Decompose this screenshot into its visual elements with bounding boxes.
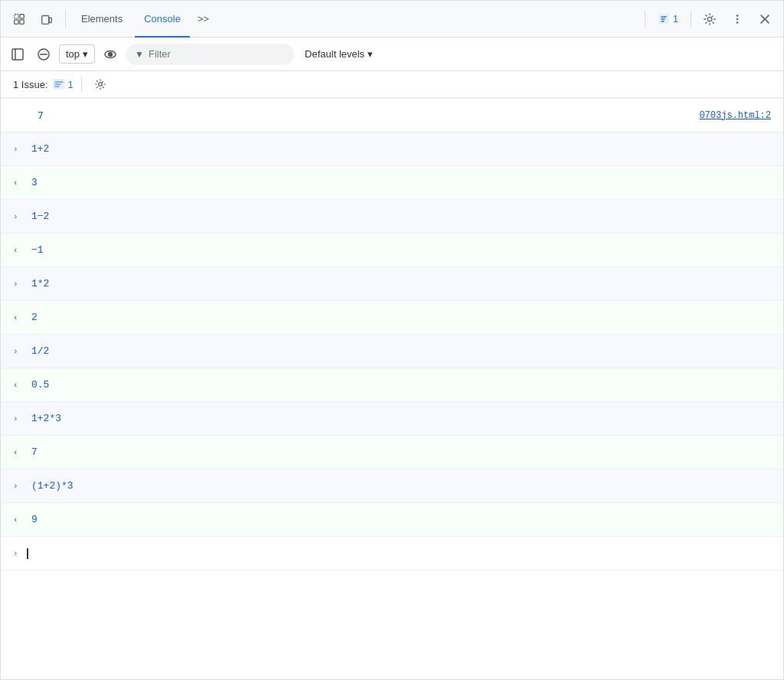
default-levels-arrow: ▾ xyxy=(368,48,373,60)
arrow-output-neg1: ‹ xyxy=(13,246,24,255)
content-output-05: 0.5 xyxy=(31,379,771,391)
more-options-btn[interactable] xyxy=(725,7,750,31)
svg-rect-2 xyxy=(15,19,18,23)
arrow-input-paren: › xyxy=(13,482,24,491)
plain-content-7: 7 xyxy=(38,110,699,121)
svg-point-10 xyxy=(737,21,739,24)
arrow-input-div: › xyxy=(13,347,24,356)
arrow-input-add: › xyxy=(13,145,24,154)
console-output: 7 0703js.html:2 › 1+2 ‹ 3 › 1−2 ‹ −1 › 1… xyxy=(1,99,783,570)
arrow-output-05: ‹ xyxy=(13,381,24,390)
console-row-output-7: ‹ 7 xyxy=(1,436,783,469)
content-output-neg1: −1 xyxy=(31,244,771,256)
top-selector-label: top xyxy=(66,48,80,60)
live-expressions-btn[interactable] xyxy=(100,44,121,65)
issues-settings-btn[interactable] xyxy=(90,74,111,95)
tab-more[interactable]: >> xyxy=(193,13,214,25)
sidebar-toggle-btn[interactable] xyxy=(7,44,28,65)
console-prompt-row[interactable]: › xyxy=(1,537,783,570)
cursor-blink xyxy=(27,548,28,559)
filter-input[interactable] xyxy=(149,48,285,60)
prompt-arrow: › xyxy=(13,549,18,558)
svg-point-21 xyxy=(98,83,102,87)
arrow-output-9: ‹ xyxy=(13,515,24,525)
console-row-output-05: ‹ 0.5 xyxy=(1,368,783,402)
svg-point-7 xyxy=(707,17,711,21)
filter-input-wrap: ▼ xyxy=(126,44,294,65)
settings-btn[interactable] xyxy=(697,7,722,31)
arrow-output-2: ‹ xyxy=(13,313,24,322)
console-row-output-2: ‹ 2 xyxy=(1,301,783,335)
arrow-input-sub: › xyxy=(13,212,24,221)
issues-count: 1 xyxy=(673,13,678,25)
content-input-paren[interactable]: (1+2)*3 xyxy=(31,480,771,492)
divider-1 xyxy=(65,10,66,28)
content-input-add[interactable]: 1+2 xyxy=(31,143,771,155)
top-selector[interactable]: top ▾ xyxy=(59,44,95,64)
divider-2 xyxy=(645,10,645,28)
console-row-input-sub: › 1−2 xyxy=(1,200,783,234)
top-toolbar: Elements Console >> 1 xyxy=(1,1,783,38)
tab-console[interactable]: Console xyxy=(135,1,190,38)
issues-badge-btn[interactable]: 1 xyxy=(652,7,684,31)
top-selector-arrow: ▾ xyxy=(83,48,88,60)
tab-elements[interactable]: Elements xyxy=(72,1,132,38)
inspector-icon-btn[interactable] xyxy=(7,7,31,31)
content-output-3: 3 xyxy=(31,177,771,188)
clear-console-btn[interactable] xyxy=(33,44,54,65)
svg-rect-5 xyxy=(49,18,51,22)
close-btn[interactable] xyxy=(753,7,777,31)
content-input-div[interactable]: 1/2 xyxy=(31,345,771,357)
console-toolbar: top ▾ ▼ Default levels ▾ xyxy=(1,38,783,71)
issues-divider xyxy=(81,77,82,92)
devtools-panel: Elements Console >> 1 xyxy=(0,0,784,680)
content-output-7: 7 xyxy=(31,446,771,458)
svg-rect-1 xyxy=(20,14,24,18)
default-levels-label: Default levels xyxy=(305,48,364,60)
svg-rect-13 xyxy=(12,49,23,60)
svg-rect-0 xyxy=(15,14,18,18)
content-output-2: 2 xyxy=(31,312,771,323)
divider-3 xyxy=(691,10,691,28)
issues-label: 1 Issue: xyxy=(13,79,48,90)
filter-icon: ▼ xyxy=(135,49,144,60)
console-row-output-3: ‹ 3 xyxy=(1,166,783,200)
issue-count: 1 xyxy=(68,79,74,90)
content-input-mul[interactable]: 1*2 xyxy=(31,278,771,289)
svg-rect-4 xyxy=(42,15,49,24)
issues-bar: 1 Issue: 1 xyxy=(1,71,783,99)
arrow-output-7: ‹ xyxy=(13,448,24,457)
content-output-9: 9 xyxy=(31,514,771,525)
issue-badge[interactable]: 1 xyxy=(53,79,74,90)
console-row-input-prec: › 1+2*3 xyxy=(1,402,783,436)
arrow-input-prec: › xyxy=(13,414,24,423)
console-row-output-neg1: ‹ −1 xyxy=(1,234,783,267)
prompt-cursor xyxy=(26,548,28,560)
console-row-input-mul: › 1*2 xyxy=(1,267,783,301)
default-levels-btn[interactable]: Default levels ▾ xyxy=(299,45,379,63)
content-input-prec[interactable]: 1+2*3 xyxy=(31,413,771,424)
console-row-input-paren: › (1+2)*3 xyxy=(1,469,783,503)
console-row-plain-7: 7 0703js.html:2 xyxy=(1,99,783,132)
svg-rect-3 xyxy=(20,19,24,23)
console-row-output-9: ‹ 9 xyxy=(1,503,783,537)
arrow-output-3: ‹ xyxy=(13,178,24,188)
console-row-input-div: › 1/2 xyxy=(1,335,783,368)
plain-source-7[interactable]: 0703js.html:2 xyxy=(699,110,771,121)
device-toolbar-btn[interactable] xyxy=(34,7,59,31)
arrow-input-mul: › xyxy=(13,280,24,289)
content-input-sub[interactable]: 1−2 xyxy=(31,211,771,222)
svg-point-8 xyxy=(737,15,739,17)
svg-point-9 xyxy=(737,18,739,20)
console-row-input-add: › 1+2 xyxy=(1,132,783,166)
svg-point-19 xyxy=(109,54,111,55)
